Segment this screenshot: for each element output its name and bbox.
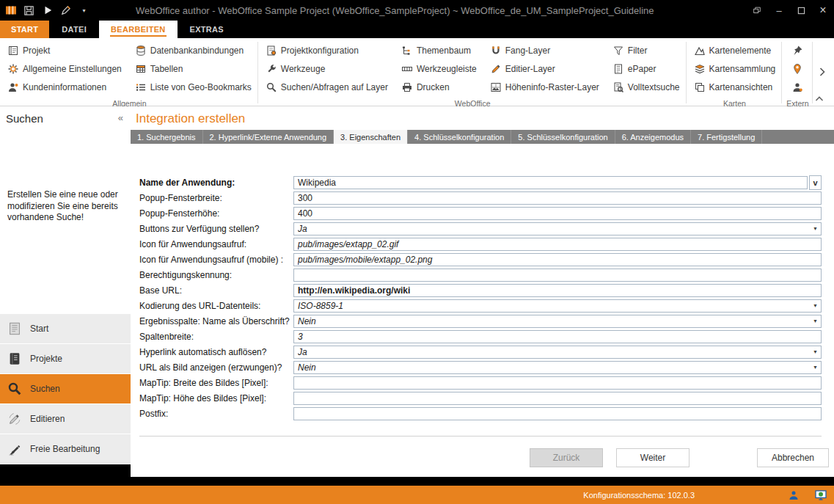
minimize-button[interactable]: – <box>768 0 790 21</box>
wrench-icon <box>266 63 277 75</box>
theme-tree-icon <box>401 45 413 56</box>
ribbon-item-geo-bookmarks[interactable]: Liste von Geo-Bookmarks <box>132 78 255 96</box>
ribbon-item-themenbaum[interactable]: Themenbaum <box>398 41 480 59</box>
ribbon-item-filter[interactable]: Filter <box>610 41 683 59</box>
free-edit-pen-icon <box>5 440 24 458</box>
application-name-input[interactable] <box>294 177 807 189</box>
ribbon-item-editier-layer[interactable]: Editier-Layer <box>487 59 602 78</box>
permission-id-input[interactable] <box>294 269 821 281</box>
tab-start[interactable]: START <box>0 21 49 38</box>
ribbon-item-hoeheninfo-raster[interactable]: Höheninfo-Raster-Layer <box>487 78 602 96</box>
ribbon-item-kartenansichten[interactable]: Kartenansichten <box>691 78 779 96</box>
maptip-width-input[interactable] <box>294 377 821 389</box>
ribbon-item-werkzeuge[interactable]: Werkzeuge <box>263 59 391 78</box>
buttons-available-select[interactable] <box>294 223 810 235</box>
ribbon-item-projekt[interactable]: Projekt <box>4 41 125 59</box>
wizard-tab-2[interactable]: 2. Hyperlink/Externe Anwendung <box>203 130 334 144</box>
dropdown-caret-icon[interactable]: ▼ <box>810 303 821 308</box>
ribbon-item-epaper[interactable]: ePaper <box>610 59 683 78</box>
sidebar-item-freie-bearbeitung[interactable]: Freie Bearbeitung <box>0 434 131 464</box>
field-label: Berechtigungskennung: <box>131 270 293 280</box>
form-row-icon-path-mobile: Icon für Anwendungsaufruf (mobile) : <box>131 252 834 267</box>
hyperlink-resolve-select[interactable] <box>294 346 810 358</box>
form-divider <box>139 436 822 437</box>
ribbon-item-projektkonfiguration[interactable]: Projektkonfiguration <box>263 41 391 59</box>
wizard-tab-1[interactable]: 1. Suchergebnis <box>131 130 203 144</box>
wizard-tab-6[interactable]: 6. Anzeigemodus <box>615 130 691 144</box>
layer-search-icon <box>266 81 277 93</box>
geolocation-pin-icon <box>791 63 803 75</box>
sidebar-collapse-icon[interactable]: « <box>118 112 123 123</box>
tab-extras[interactable]: EXTRAS <box>179 21 235 38</box>
form-row-column-width: Spaltenbreite: <box>131 329 834 344</box>
icon-path-input[interactable] <box>294 238 821 250</box>
wizard-tab-7[interactable]: 7. Fertigstellung <box>691 130 762 144</box>
next-button[interactable]: Weiter <box>616 448 689 467</box>
field-label: MapTip: Breite des Bildes [Pixel]: <box>131 378 293 388</box>
toolbar-icon <box>401 63 413 75</box>
tab-bearbeiten[interactable]: BEARBEITEN <box>99 21 178 38</box>
url-encoding-select[interactable] <box>294 300 810 312</box>
dropdown-caret-icon[interactable]: ▼ <box>810 318 821 324</box>
ribbon-item-datenbankanbindungen[interactable]: Datenbankanbindungen <box>132 41 255 59</box>
config-schema-status: Konfigurationsschema: 102.0.3 <box>583 491 695 500</box>
popup-width-input[interactable] <box>294 192 821 204</box>
close-button[interactable]: × <box>812 0 834 21</box>
collapse-ribbon-chevron-icon[interactable] <box>813 93 825 103</box>
sidebar-item-label: Start <box>30 324 48 334</box>
base-url-input[interactable] <box>294 285 821 296</box>
qat-customize-caret-icon[interactable]: ▾ <box>78 4 90 17</box>
ribbon-item-extern-geolocation[interactable] <box>789 59 806 78</box>
form-row-maptip-width: MapTip: Breite des Bildes [Pixel]: <box>131 375 834 390</box>
form-row-url-encoding: Kodierung des URL-Datenteils: ▼ <box>131 298 834 313</box>
cancel-button[interactable]: Abbrechen <box>757 448 829 467</box>
icon-path-mobile-input[interactable] <box>294 254 821 266</box>
ribbon-item-extern-pin[interactable] <box>789 41 806 59</box>
maximize-button[interactable] <box>790 0 812 21</box>
sidebar-item-projekte[interactable]: Projekte <box>0 344 131 373</box>
restore-icon[interactable] <box>746 0 768 21</box>
sidebar-item-start[interactable]: Start <box>0 314 131 343</box>
back-button[interactable]: Zurück <box>530 448 603 467</box>
wizard-tab-5[interactable]: 5. Schlüsselkonfiguration <box>511 130 615 144</box>
ribbon-item-kartensammlung[interactable]: Kartensammlung <box>691 59 779 78</box>
dropdown-caret-icon[interactable]: ▼ <box>810 349 821 354</box>
url-as-image-select[interactable] <box>294 362 810 373</box>
popup-height-input[interactable] <box>294 208 821 219</box>
ribbon-item-kartenelemente[interactable]: Kartenelemente <box>691 41 779 59</box>
ribbon-group-weboffice: Projektkonfiguration Werkzeuge Suchen/Ab… <box>258 40 686 106</box>
ribbon-item-suchen-abfragen[interactable]: Suchen/Abfragen auf Layer <box>263 78 391 96</box>
quick-access-toolbar: ▾ <box>4 4 90 17</box>
ribbon-item-tabellen[interactable]: Tabellen <box>132 59 255 78</box>
ribbon-item-fang-layer[interactable]: Fang-Layer <box>487 41 602 59</box>
ribbon-item-werkzeugleiste[interactable]: Werkzeugleiste <box>398 59 480 78</box>
form-row-permission-id: Berechtigungskennung: <box>131 267 834 282</box>
sidebar-top: Suchen « Erstellen Sie eine neue oder mo… <box>0 106 131 314</box>
ribbon-item-kundeninformationen[interactable]: Kundeninformationen <box>4 78 125 96</box>
ribbon-item-drucken[interactable]: Drucken <box>398 78 480 96</box>
ribbon-scroll-right-icon[interactable] <box>819 66 829 78</box>
wizard-tab-4[interactable]: 4. Schlüsselkonfiguration <box>408 130 511 144</box>
pushpin-icon <box>791 45 803 56</box>
save-icon[interactable] <box>23 4 35 17</box>
sidebar-item-suchen[interactable]: Suchen <box>0 374 131 403</box>
application-name-dropdown-button[interactable]: v <box>809 175 822 190</box>
result-column-header-select[interactable] <box>294 315 810 327</box>
tab-datei[interactable]: DATEI <box>51 21 98 38</box>
dropdown-caret-icon[interactable]: ▼ <box>810 365 821 370</box>
form-row-result-column-header: Ergebnisspalte: Name als Überschrift? ▼ <box>131 313 834 329</box>
field-label: Icon für Anwendungsaufruf (mobile) : <box>131 255 293 265</box>
column-width-input[interactable] <box>294 331 821 343</box>
ribbon-item-allgemeine-einstellungen[interactable]: Allgemeine Einstellungen <box>4 59 125 78</box>
publish-pen-icon[interactable] <box>59 4 72 17</box>
sidebar-item-editieren[interactable]: Editieren <box>0 404 131 434</box>
ribbon-item-extern-user[interactable] <box>789 78 806 96</box>
ribbon-item-volltextsuche[interactable]: Volltextsuche <box>610 78 683 96</box>
form-row-popup-width: Popup-Fensterbreite: <box>131 190 834 205</box>
maptip-height-input[interactable] <box>294 392 821 404</box>
run-project-icon[interactable] <box>41 4 54 17</box>
search-icon <box>5 380 24 398</box>
wizard-tab-3[interactable]: 3. Eigenschaften <box>334 130 408 144</box>
dropdown-caret-icon[interactable]: ▼ <box>810 226 821 231</box>
postfix-input[interactable] <box>294 408 821 420</box>
